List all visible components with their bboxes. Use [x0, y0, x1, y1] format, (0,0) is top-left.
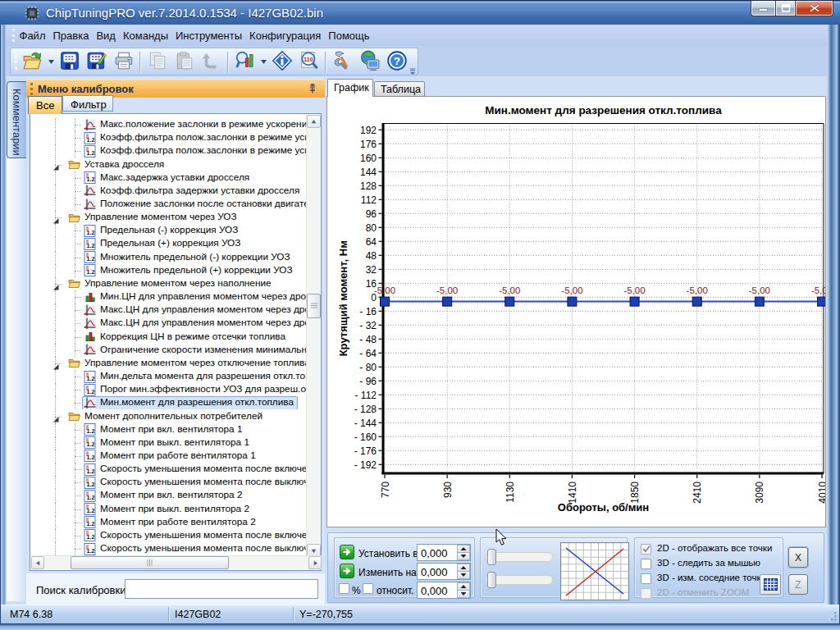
tree-item-content[interactable]: Макс.ЦН для управления моментом через др… [82, 317, 308, 330]
slider-thumb[interactable] [487, 572, 496, 588]
tree-horizontal-scrollbar[interactable] [31, 555, 322, 569]
tree-item-content[interactable]: Макс.положение заслонки в режиме ускорен… [82, 118, 308, 131]
tree-item[interactable]: 1.2Момент при работе вентилятора 2 [30, 516, 308, 529]
tab-table[interactable]: Таблица [374, 81, 425, 97]
tree-item-content[interactable]: 1.2Предельная (-) коррекция УОЗ [82, 224, 242, 237]
tree-item-content[interactable]: Уставка дросселя [66, 158, 168, 171]
tree-folder[interactable]: Управление моментом через отключение топ… [30, 357, 308, 370]
table-grid-button[interactable] [760, 574, 781, 595]
tree-item-content[interactable]: 1.2Момент при работе вентилятора 2 [82, 516, 260, 529]
comments-tab[interactable]: Комментарии [7, 81, 27, 158]
tree-item-content[interactable]: 1.2Мин.дельта момента для разрешения отк… [82, 370, 308, 383]
copy-button[interactable] [144, 50, 171, 75]
scroll-up-button[interactable] [307, 115, 321, 128]
tree-item-content[interactable]: Управление моментом через УОЗ [66, 211, 241, 224]
tree-item[interactable]: 1.2Скорость уменьшения момента после вык… [30, 476, 308, 489]
tree-item-content[interactable]: 1.2Момент при выкл. вентилятора 1 [82, 436, 253, 450]
open-file-button[interactable] [19, 50, 46, 75]
percent-checkbox[interactable] [339, 583, 349, 594]
scroll-right-button[interactable] [308, 556, 322, 569]
tree-item-content[interactable]: 1.2Множитель предельной (-) коррекции УО… [82, 251, 294, 264]
tree-item[interactable]: 1.2Мин.дельта момента для разрешения отк… [30, 370, 308, 383]
tree-item[interactable]: 1.2Коэфф.фильтра полож.заслонки в режиме… [30, 144, 308, 158]
horizontal-scroll-thumb[interactable] [71, 556, 229, 569]
print-button[interactable] [110, 50, 137, 75]
tree-folder[interactable]: Уставка дросселя [30, 158, 308, 171]
menu-item[interactable]: Помощь [325, 26, 373, 45]
option-checkbox[interactable] [641, 588, 651, 599]
tree-item[interactable]: Ограничение скорости изменения минимальн… [30, 344, 308, 357]
maximize-button[interactable] [775, 1, 796, 16]
tree-item[interactable]: Макс.положение заслонки в режиме ускорен… [30, 118, 308, 131]
tree-item[interactable]: 1.2Коэфф.фильтра полож.заслонки в режиме… [30, 131, 308, 144]
tree-item[interactable]: 1.2Скорость уменьшения момента после вык… [30, 542, 308, 555]
tree-item[interactable]: 1.2Множитель предельной (+) коррекции УО… [30, 264, 308, 277]
tree-item-content[interactable]: Коррекция ЦН в режиме отсечки топлива [82, 331, 290, 344]
tree-item[interactable]: Макс.ЦН для управления моментом через др… [30, 317, 308, 330]
tree-item-content[interactable]: 1.2Макс.задержка уставки дросселя [82, 171, 253, 185]
tree-item[interactable]: 1.2Порог мин.эффективности УОЗ для разре… [30, 383, 308, 396]
tree-item[interactable]: Положение заслонки после остановки двига… [30, 198, 308, 211]
x-axis-button[interactable]: X [788, 547, 808, 568]
paste-button[interactable] [171, 50, 198, 75]
menu-item[interactable]: Файл [16, 26, 49, 45]
resize-grip[interactable] [826, 610, 838, 622]
toolbar-overflow-icon[interactable] [409, 65, 416, 73]
dropdown-arrow-icon[interactable] [258, 50, 268, 75]
option-checkbox[interactable] [641, 544, 651, 555]
tree-folder[interactable]: Управление моментом через УОЗ [30, 211, 308, 224]
tree-item[interactable]: Макс.ЦН для управления моментом через др… [30, 304, 308, 317]
calibration-search-input[interactable] [125, 579, 318, 599]
tree-item-content[interactable]: 1.2Скорость уменьшения момента после вык… [82, 476, 308, 489]
tree-item[interactable]: Коррекция ЦН в режиме отсечки топлива [30, 331, 308, 344]
help-button[interactable]: ? [383, 50, 410, 75]
relative-checkbox[interactable] [363, 583, 373, 594]
tree-item-content[interactable]: 1.2Скорость уменьшения момента после вкл… [82, 463, 308, 476]
tree-expander-icon[interactable] [52, 412, 60, 420]
tree-item-content[interactable]: 1.2Порог мин.эффективности УОЗ для разре… [82, 383, 308, 396]
close-button[interactable] [795, 1, 833, 16]
minimize-button[interactable] [751, 1, 776, 16]
tree-item[interactable]: 1.2Момент при вкл. вентилятора 1 [30, 423, 308, 436]
vertical-scroll-thumb[interactable] [307, 294, 321, 318]
tree-item-content[interactable]: Положение заслонки после остановки двига… [82, 198, 308, 211]
tree-item[interactable]: 1.2Предельная (-) коррекция УОЗ [30, 224, 308, 237]
spin-down[interactable] [457, 590, 470, 598]
tree-item-content[interactable]: Мин.ЦН для управления моментом через дро… [82, 290, 308, 304]
slider-thumb[interactable] [487, 549, 496, 565]
save-as-button[interactable] [83, 50, 110, 75]
tree-folder[interactable]: Управление моментом через наполнение [30, 277, 308, 290]
tree-item-content[interactable]: 1.2Момент при работе вентилятора 1 [82, 450, 260, 463]
tree-item-content[interactable]: 1.2Скорость уменьшения момента после вык… [82, 542, 308, 555]
tree-item-content[interactable]: 1.2Множитель предельной (+) коррекции УО… [82, 264, 297, 277]
tree-item[interactable]: 1.2Момент при вкл. вентилятора 2 [30, 489, 308, 502]
tree-item-content[interactable]: Коэфф.фильтра задержки уставки дросселя [82, 185, 304, 198]
spin-down[interactable] [457, 552, 470, 560]
zoom-110-button[interactable]: 110 [295, 50, 322, 75]
tree-item-content[interactable]: Управление моментом через наполнение [66, 277, 276, 290]
curve-preview[interactable] [560, 542, 629, 600]
tree-item-content[interactable]: Ограничение скорости изменения минимальн… [82, 344, 308, 357]
tree-expander-icon[interactable] [52, 160, 60, 168]
tree-item-content[interactable]: 1.2Момент при вкл. вентилятора 1 [82, 423, 246, 436]
option-checkbox[interactable] [641, 559, 651, 569]
toolbar-grip[interactable] [15, 55, 17, 70]
tree-vertical-scrollbar[interactable] [306, 115, 320, 557]
tree-item[interactable]: Коэфф.фильтра задержки уставки дросселя [30, 185, 308, 198]
tree-item-content[interactable]: Момент дополнительных потребителей [66, 409, 267, 422]
tree-item[interactable]: 1.2Предельная (+) коррекция УОЗ [30, 237, 308, 250]
dropdown-arrow-icon[interactable] [46, 50, 56, 75]
option-checkbox[interactable] [641, 573, 651, 584]
tree-item[interactable]: 1.2Множитель предельной (-) коррекции УО… [30, 251, 308, 264]
menu-item[interactable]: Команды [119, 26, 171, 45]
chart-page[interactable]: - 192- 176- 160- 144- 128- 112- 96- 80- … [326, 96, 826, 527]
tab-all[interactable]: Все [28, 96, 62, 114]
spinner-value[interactable]: 0,000 [421, 566, 448, 578]
tree-expander-icon[interactable] [52, 280, 60, 288]
save-button[interactable] [56, 50, 83, 75]
tree-item-content[interactable]: Макс.ЦН для управления моментом через др… [82, 304, 308, 317]
z-axis-button[interactable]: Z [788, 574, 808, 595]
tree-item[interactable]: 1.2Момент при выкл. вентилятора 1 [30, 436, 308, 450]
chart-search-button[interactable] [231, 50, 258, 75]
spin-down[interactable] [457, 571, 470, 579]
